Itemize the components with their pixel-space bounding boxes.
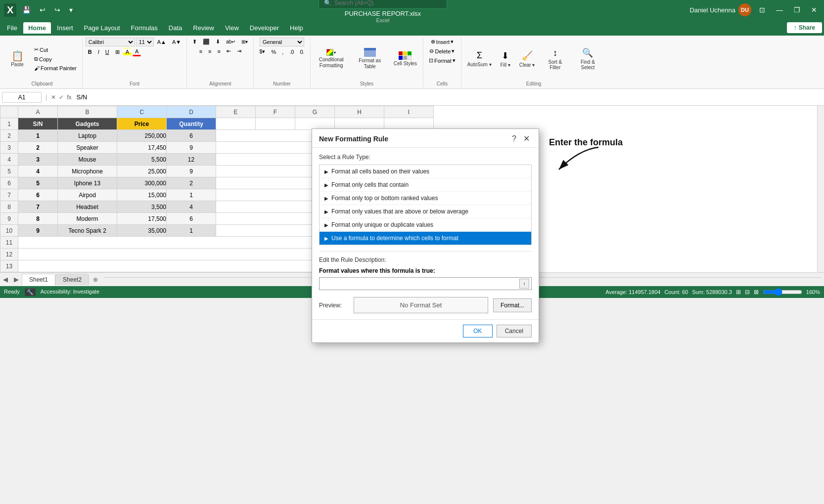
ribbon-display-button[interactable]: ⊡ [756, 5, 768, 15]
number-format-select[interactable]: General [260, 38, 304, 46]
cell-c3[interactable]: 17,450 [117, 142, 167, 154]
cell-d7[interactable]: 1 [167, 189, 216, 201]
cell-b6[interactable]: Iphone 13 [58, 177, 117, 189]
format-as-table-button[interactable]: Format as Table [352, 42, 388, 76]
maximize-button[interactable]: ❐ [791, 5, 803, 15]
menu-data[interactable]: Data [164, 22, 187, 34]
col-header-f[interactable]: F [256, 106, 295, 118]
cell-c9[interactable]: 17,500 [117, 213, 167, 225]
format-cells-button[interactable]: ⊡ Format ▾ [426, 56, 458, 65]
next-sheet-button[interactable]: ▶ [11, 274, 22, 285]
paste-button[interactable]: 📋 Paste [5, 44, 30, 74]
cell-a2[interactable]: 1 [18, 130, 58, 142]
sort-filter-button[interactable]: ↕ Sort & Filter [540, 42, 570, 76]
font-size-select[interactable]: 11 [136, 38, 154, 46]
cell-i1[interactable] [384, 118, 434, 130]
decrease-indent-button[interactable]: ⇤ [224, 47, 233, 55]
menu-help[interactable]: Help [285, 22, 308, 34]
save-button[interactable]: 💾 [19, 5, 34, 15]
cell-d4[interactable]: 12 [167, 154, 216, 166]
page-layout-view-button[interactable]: ⊟ [745, 289, 750, 295]
conditional-formatting-button[interactable]: ▾ Conditional Formatting [314, 42, 349, 76]
cell-d2[interactable]: 6 [167, 130, 216, 142]
fill-color-button[interactable]: A [123, 48, 132, 56]
rule-item-0[interactable]: ▶ Format all cells based on their values [320, 165, 531, 178]
normal-view-button[interactable]: ⊞ [736, 289, 741, 295]
merge-center-button[interactable]: ⊞▾ [239, 38, 250, 45]
cell-c4[interactable]: 5,500 [117, 154, 167, 166]
cell-c1[interactable]: Price [117, 118, 167, 130]
delete-cells-button[interactable]: ⊖ Delete ▾ [427, 47, 457, 55]
cell-b1[interactable]: Gadgets [58, 118, 117, 130]
borders-button[interactable]: ⊞ [113, 48, 122, 56]
cell-b9[interactable]: Moderm [58, 213, 117, 225]
rule-item-4[interactable]: ▶ Format only unique or duplicate values [320, 218, 531, 232]
align-left-button[interactable]: ≡ [197, 47, 205, 55]
cell-a4[interactable]: 3 [18, 154, 58, 166]
cell-a9[interactable]: 8 [18, 213, 58, 225]
cell-a6[interactable]: 5 [18, 177, 58, 189]
accounting-button[interactable]: $▾ [257, 47, 268, 56]
cancel-button[interactable]: Cancel [497, 325, 532, 337]
cell-d10[interactable]: 1 [167, 225, 216, 237]
col-header-e[interactable]: E [216, 106, 256, 118]
menu-file[interactable]: File [2, 22, 22, 34]
increase-font-size-button[interactable]: A▲ [155, 38, 169, 46]
col-header-b[interactable]: B [58, 106, 117, 118]
col-header-h[interactable]: H [335, 106, 384, 118]
menu-review[interactable]: Review [188, 22, 219, 34]
align-center-button[interactable]: ≡ [206, 47, 214, 55]
insert-cells-button[interactable]: ⊕ Insert ▾ [428, 38, 457, 46]
dialog-close-button[interactable]: ✕ [521, 134, 532, 143]
find-select-button[interactable]: 🔍 Find & Select [572, 42, 603, 76]
cell-b8[interactable]: Headset [58, 201, 117, 213]
col-header-i[interactable]: I [384, 106, 434, 118]
clear-button[interactable]: 🧹 Clear ▾ [516, 42, 538, 76]
cell-c5[interactable]: 25,000 [117, 166, 167, 177]
fill-button[interactable]: ⬇ Fill ▾ [497, 42, 514, 76]
percent-button[interactable]: % [269, 48, 278, 56]
cell-b5[interactable]: Microphone [58, 166, 117, 177]
cell-a10[interactable]: 9 [18, 225, 58, 237]
close-button[interactable]: ✕ [808, 5, 820, 15]
cell-c7[interactable]: 15,000 [117, 189, 167, 201]
cell-c2[interactable]: 250,000 [117, 130, 167, 142]
align-top-button[interactable]: ⬆ [190, 38, 199, 46]
cell-c10[interactable]: 35,000 [117, 225, 167, 237]
name-box[interactable] [2, 92, 42, 103]
add-sheet-button[interactable]: ⊕ [89, 274, 102, 285]
sheet-tab-2[interactable]: Sheet2 [55, 274, 89, 285]
redo-button[interactable]: ↪ [51, 5, 63, 15]
cell-d9[interactable]: 6 [167, 213, 216, 225]
cell-d8[interactable]: 4 [167, 201, 216, 213]
cell-d1[interactable]: Quantity [167, 118, 216, 130]
cell-c8[interactable]: 3,500 [117, 201, 167, 213]
cell-b10[interactable]: Tecno Spark 2 [58, 225, 117, 237]
italic-button[interactable]: I [95, 48, 102, 56]
rule-item-1[interactable]: ▶ Format only cells that contain [320, 178, 531, 192]
wrap-text-button[interactable]: ab↵ [224, 38, 238, 45]
increase-indent-button[interactable]: ⇥ [234, 47, 244, 55]
cell-d5[interactable]: 9 [167, 166, 216, 177]
col-header-c[interactable]: C [117, 106, 167, 118]
menu-developer[interactable]: Developer [245, 22, 284, 34]
cell-a3[interactable]: 2 [18, 142, 58, 154]
cell-b4[interactable]: Mouse [58, 154, 117, 166]
formula-value-input[interactable] [321, 280, 519, 287]
undo-button[interactable]: ↩ [37, 5, 48, 15]
copy-button[interactable]: ⧉ Copy [32, 55, 79, 63]
vertical-scrollbar[interactable] [817, 106, 824, 272]
menu-insert[interactable]: Insert [52, 22, 78, 34]
share-button[interactable]: ↑ Share [787, 22, 822, 33]
menu-home[interactable]: Home [23, 22, 51, 34]
format-painter-button[interactable]: 🖌 Format Painter [32, 64, 79, 72]
confirm-formula-icon[interactable]: ✓ [59, 94, 64, 101]
bold-button[interactable]: B [86, 48, 94, 56]
cell-a7[interactable]: 6 [18, 189, 58, 201]
cell-a1[interactable]: S/N [18, 118, 58, 130]
menu-formulas[interactable]: Formulas [126, 22, 163, 34]
decrease-decimal-button[interactable]: 0. [298, 48, 307, 56]
search-input[interactable] [334, 0, 433, 6]
cell-b7[interactable]: Airpod [58, 189, 117, 201]
cell-a5[interactable]: 4 [18, 166, 58, 177]
